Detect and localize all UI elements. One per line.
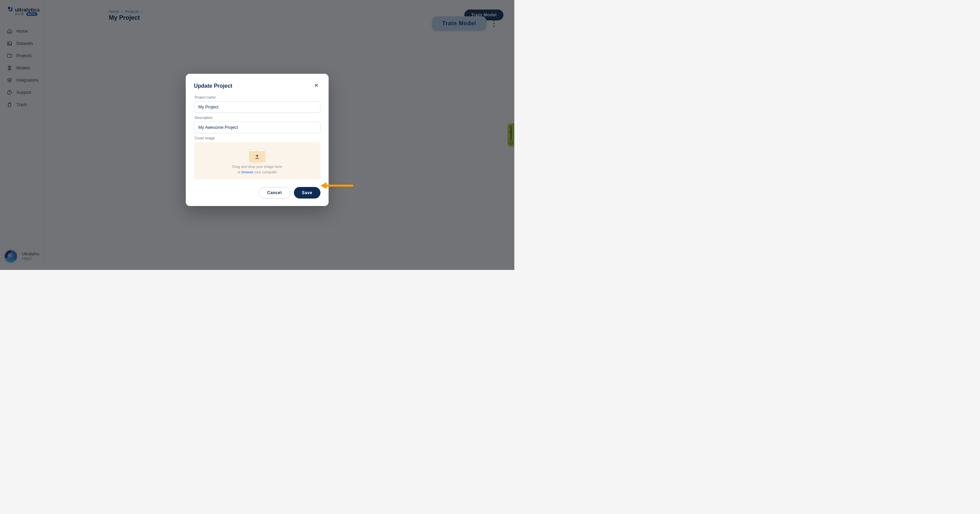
cancel-button[interactable]: Cancel [259,187,291,198]
close-icon [313,84,319,89]
cover-image-dropzone[interactable]: Drag and drop your image here or browse … [194,142,320,179]
browse-link[interactable]: browse [242,170,253,174]
cover-image-label: Cover image [194,136,320,140]
annotation-arrow [320,182,353,189]
upload-icon [254,154,260,160]
upload-illustration [248,149,267,162]
close-button[interactable] [312,81,320,90]
modal-title: Update Project [194,83,232,89]
description-input[interactable] [194,122,320,133]
dropzone-line-1: Drag and drop your image here [232,165,282,169]
description-label: Description [194,116,320,120]
dropzone-line-2-post: your computer [253,170,277,174]
save-button[interactable]: Save [294,187,320,198]
project-name-label: Project name [194,95,320,99]
dropzone-line-2: or browse your computer [237,170,277,174]
dropzone-line-2-pre: or [237,170,242,174]
update-project-modal: Update Project Project name Description … [186,74,329,206]
project-name-input[interactable] [194,101,320,113]
